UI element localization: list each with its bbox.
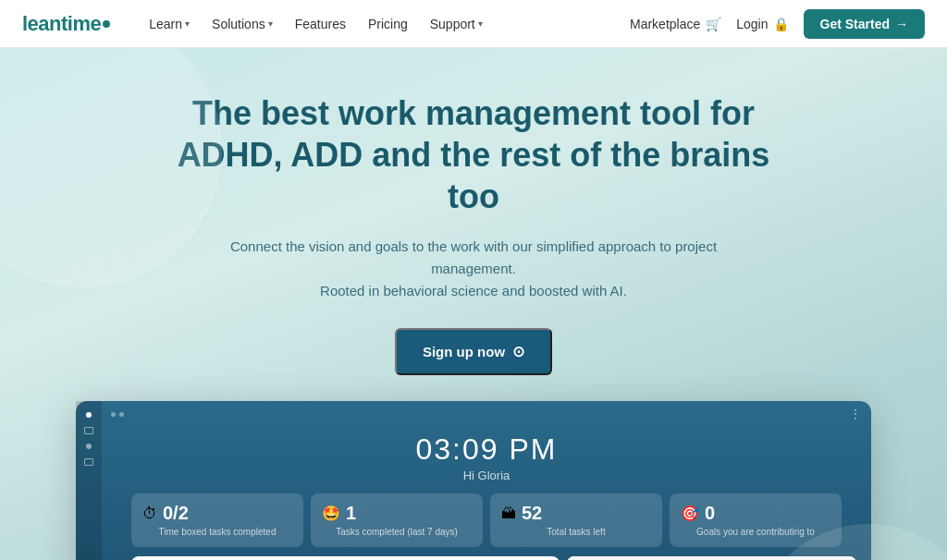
nav-right: Marketplace 🛒 Login 🔒 Get Started →: [630, 9, 925, 39]
marketplace-link[interactable]: Marketplace 🛒: [630, 17, 721, 31]
goals-emoji: 🎯: [681, 505, 699, 522]
app-main-content: ⋮ 03:09 PM Hi Gloria ⏱ 0/2 Time boxed ta…: [102, 401, 871, 560]
app-sidebar: [76, 401, 102, 560]
sidebar-icon-square: [84, 427, 93, 434]
logo-text: leantime: [22, 12, 101, 36]
app-greeting: Hi Gloria: [102, 469, 871, 482]
nav-links: Learn ▾ Solutions ▾ Features Pricing Sup…: [140, 11, 630, 37]
logo[interactable]: leantime: [22, 12, 110, 36]
calendar-date: 12/29/2023: [567, 556, 856, 560]
chevron-down-icon: ▾: [268, 18, 273, 29]
stat-timebox: ⏱ 0/2 Time boxed tasks completed: [131, 493, 303, 547]
app-topbar: ⋮: [102, 401, 871, 425]
stat-total: 🏔 52 Total tasks left: [490, 493, 662, 547]
app-time-display: 03:09 PM: [102, 432, 871, 467]
top-dot2: [119, 412, 124, 417]
total-emoji: 🏔: [501, 505, 516, 522]
lock-icon: 🔒: [773, 17, 789, 31]
app-preview: ⋮ 03:09 PM Hi Gloria ⏱ 0/2 Time boxed ta…: [76, 401, 871, 560]
topbar-menu-icon: ⋮: [849, 407, 862, 421]
completed-value: 1: [346, 503, 356, 524]
completed-emoji: 🤩: [322, 505, 340, 522]
topbar-left-dots: [111, 412, 124, 417]
total-value: 52: [522, 503, 542, 524]
get-started-button[interactable]: Get Started →: [804, 9, 925, 39]
timebox-label: Time boxed tasks completed: [142, 526, 292, 538]
timebox-value: 0/2: [163, 503, 189, 524]
completed-label: Tasks completed (last 7 days): [322, 526, 472, 538]
goals-label: Goals you are contributing to: [681, 526, 830, 538]
goals-value: 0: [705, 503, 715, 524]
cart-icon: 🛒: [706, 17, 721, 31]
nav-solutions[interactable]: Solutions ▾: [203, 11, 282, 37]
circle-arrow-icon: ⊙: [512, 343, 524, 360]
nav-learn[interactable]: Learn ▾: [140, 11, 199, 37]
hero-section: The best work management tool for ADHD, …: [0, 48, 947, 560]
sidebar-icon-square2: [84, 458, 93, 466]
logo-dot: [103, 20, 110, 28]
navigation: leantime Learn ▾ Solutions ▾ Features Pr…: [0, 0, 947, 48]
app-time-section: 03:09 PM Hi Gloria: [102, 425, 871, 493]
chevron-down-icon: ▾: [185, 18, 190, 29]
top-dot: [111, 412, 116, 417]
hero-subtitle: Connect the vision and goals to the work…: [215, 236, 732, 302]
chevron-down-icon: ▾: [478, 18, 483, 29]
calendar-panel: 12/29/2023 05:00 AM 06:00 AM 07:00 AM: [567, 556, 856, 560]
login-link[interactable]: Login 🔒: [736, 17, 788, 31]
hero-title: The best work management tool for ADHD, …: [150, 92, 797, 217]
nav-support[interactable]: Support ▾: [421, 11, 492, 37]
task-area: Screenshot Project Nailed it. // This is…: [117, 556, 871, 560]
stat-completed: 🤩 1 Tasks completed (last 7 days): [311, 493, 483, 547]
nav-pricing[interactable]: Pricing: [359, 11, 417, 37]
signup-button[interactable]: Sign up now ⊙: [395, 328, 552, 375]
sidebar-dot-active: [86, 412, 92, 418]
task-panel: Screenshot Project Nailed it. // This is…: [131, 556, 560, 560]
nav-features[interactable]: Features: [286, 11, 355, 37]
stats-row: ⏱ 0/2 Time boxed tasks completed 🤩 1 Tas…: [117, 493, 856, 556]
sidebar-dot: [86, 444, 92, 449]
arrow-right-icon: →: [895, 17, 908, 31]
total-label: Total tasks left: [501, 526, 651, 538]
timebox-emoji: ⏱: [142, 505, 157, 522]
stat-goals: 🎯 0 Goals you are contributing to: [670, 493, 842, 547]
